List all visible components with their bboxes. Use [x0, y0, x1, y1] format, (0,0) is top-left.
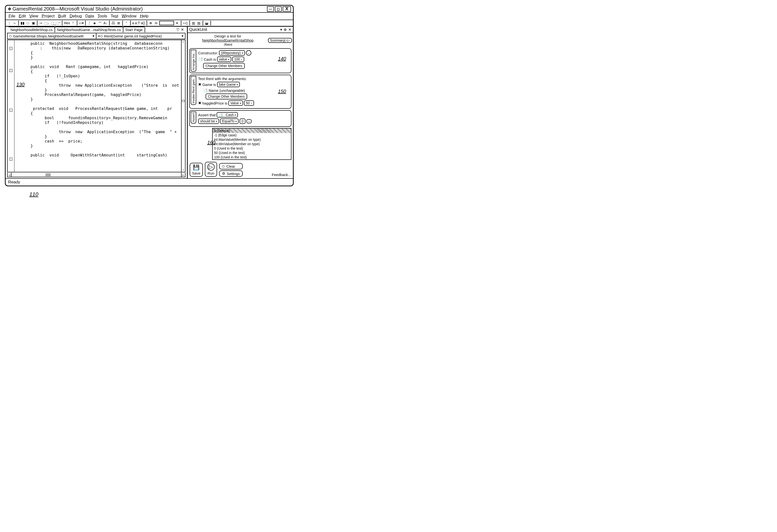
fold-icon[interactable]: -	[10, 158, 12, 161]
menu-window[interactable]: Window	[122, 14, 136, 19]
close-button[interactable]: X	[283, 6, 291, 12]
change-members-button2[interactable]: Change Other Members	[206, 94, 247, 99]
tab-start-page[interactable]: Start Page	[123, 27, 145, 32]
clear-button[interactable]: ◇Clear	[219, 163, 243, 170]
menu-data[interactable]: Data	[85, 14, 94, 19]
maximize-button[interactable]: ◻	[275, 6, 282, 12]
chart2-icon[interactable]: ▥	[197, 21, 201, 25]
suggestion-item[interactable]: -1 (Edge case)	[213, 133, 291, 137]
tab-file2[interactable]: NeighborhoodGame...ntalShopTests.cs	[54, 27, 123, 32]
scroll-up-icon[interactable]: ▵	[182, 40, 185, 43]
dd-arrow-icon[interactable]: ▾	[175, 21, 180, 25]
statusbar: Ready	[6, 178, 293, 186]
layout2-icon[interactable]: ⊞	[116, 21, 121, 25]
suggestion-item[interactable]: 100 (Used in the test)	[213, 155, 291, 159]
menu-file[interactable]: File	[9, 14, 15, 19]
menu-test[interactable]: Test	[111, 14, 118, 19]
value-input[interactable]: 0	[240, 118, 245, 124]
nav-bar: ◇ GamesRental.Shops.NeighborhoodGameR ▾ …	[7, 33, 186, 39]
menu-debug[interactable]: Debug	[70, 14, 82, 19]
tab-file1[interactable]: NeghborhoodlittleShop.cs	[9, 27, 55, 32]
code-text[interactable]: public NeighborhoodGameRentalShop(string…	[14, 40, 181, 172]
invoke-tab[interactable]: Invoke Rent gam..	[191, 76, 196, 105]
step-icon[interactable]: ⇨	[39, 21, 43, 25]
menu-built[interactable]: Built	[58, 14, 66, 19]
arrange-tab[interactable]: Arrange Ins...	[191, 50, 196, 72]
haggled-mode-dropdown[interactable]: Value▾	[228, 100, 243, 106]
tb-handle-icon[interactable]: ⋮	[7, 21, 11, 25]
tb-dots-icon[interactable]: °°	[98, 21, 102, 25]
panes-icon[interactable]: ▭▯	[183, 21, 188, 25]
run-button[interactable]: ▷ Run	[205, 162, 217, 177]
zoom-in-icon[interactable]: ⊕	[148, 21, 153, 25]
design-heading: Design a test for NeighborhoodGameRrntal…	[188, 33, 293, 47]
step-over-icon[interactable]: ⬚͢	[50, 21, 54, 25]
should-dropdown[interactable]: should be▾	[198, 118, 219, 124]
hex-toggle[interactable]: Hex	[64, 21, 70, 25]
cash-mode-dropdown[interactable]: value▾	[217, 57, 231, 62]
text-tools[interactable]: a a:T a()	[132, 21, 145, 25]
constructor-dropdown[interactable]: (IRepository)▾	[219, 50, 245, 56]
change-members-button[interactable]: Change Other Members	[203, 63, 245, 69]
fold-icon[interactable]: -	[10, 47, 12, 50]
menu-help[interactable]: Help	[140, 14, 148, 19]
suggestion-item[interactable]: 0 (Default)	[213, 128, 291, 133]
tb-misc-icon[interactable]: ⚚	[71, 21, 75, 25]
play-icon: ▷	[207, 163, 215, 171]
summary-button[interactable]: Summary▷▷	[268, 38, 292, 43]
minimize-button[interactable]: —	[267, 6, 274, 12]
tb-handle2-icon[interactable]: ⋮	[87, 21, 92, 25]
vertical-scrollbar[interactable]: ▵ ▿	[181, 40, 185, 172]
zoom-input[interactable]	[159, 21, 174, 25]
step-out-icon[interactable]: ⬚⁺	[56, 21, 61, 25]
value-dropdown[interactable]: ▿	[246, 119, 251, 123]
suggestion-item[interactable]: 0 (Used in the test)	[213, 146, 291, 150]
expand-button[interactable]: ⌄	[246, 50, 251, 56]
tb-window-icon[interactable]: ▭▾	[79, 21, 84, 25]
scroll-right-icon[interactable]: ▹	[181, 173, 185, 177]
scroll-down-icon[interactable]: ▿	[182, 169, 185, 172]
chart1-icon[interactable]: ▥	[191, 21, 196, 25]
tab-close-icon[interactable]: ✕	[181, 27, 184, 32]
sort-icon[interactable]: A↓	[103, 21, 108, 25]
pause-icon[interactable]: ▮▮	[20, 21, 25, 25]
suggestion-item[interactable]: 50 (Used in the test)	[213, 150, 291, 155]
panel-dropdown-icon[interactable]: ▾	[280, 27, 282, 32]
menu-project[interactable]: Project	[41, 14, 54, 19]
zoom-out-icon[interactable]: ⊖	[154, 21, 158, 25]
layout1-icon[interactable]: 品	[111, 21, 115, 25]
stop-icon[interactable]: □	[26, 21, 30, 25]
assert-target-dropdown[interactable]: 📑 Cash▾	[217, 112, 238, 117]
settings-button[interactable]: ⚙Settings	[219, 171, 243, 177]
step-into-icon[interactable]: ⬚₊	[44, 21, 49, 25]
play-icon[interactable]: ▹	[12, 21, 17, 25]
scroll-thumb[interactable]	[46, 173, 51, 176]
chevron-down-icon: ▾	[182, 34, 184, 38]
suggestion-item[interactable]: int.MinValue(Member on type)	[213, 142, 291, 146]
chart3-icon[interactable]: ⬓	[205, 21, 209, 25]
restart-icon[interactable]: ▣	[31, 21, 35, 25]
tb-diamond-icon[interactable]: ◈	[93, 21, 97, 25]
fold-icon[interactable]: -	[10, 69, 12, 72]
feedback-link[interactable]: Feedback...	[272, 173, 291, 177]
menu-tools[interactable]: Tools	[97, 14, 107, 19]
horizontal-scrollbar[interactable]: ◃ ▹	[7, 173, 186, 177]
fold-icon[interactable]: -	[10, 109, 12, 112]
code-editor[interactable]: - - - - public NeighborhoodGameRentalSho…	[7, 40, 186, 172]
nav-class-dropdown[interactable]: ◇ GamesRental.Shops.NeighborhoodGameR ▾	[8, 33, 96, 39]
assert-tab[interactable]: Assert	[191, 112, 196, 124]
suggestion-item[interactable]: int.MaxValue(Member on type)	[213, 137, 291, 142]
panel-close-icon[interactable]: ✕	[288, 27, 292, 32]
help-icon[interactable]: °	[124, 21, 129, 25]
nav-method-dropdown[interactable]: ≡◇ Rent(Geme game,int haggledPrice) ▾	[96, 33, 185, 39]
menu-edit[interactable]: Edit	[19, 14, 26, 19]
scroll-left-icon[interactable]: ◃	[8, 173, 11, 177]
pin-icon[interactable]: ⊕	[284, 27, 287, 32]
game-dropdown[interactable]: fake Game▾	[217, 82, 240, 87]
equal-dropdown[interactable]: EqualTo▾	[220, 118, 239, 124]
tab-dropdown-icon[interactable]: ▽	[177, 27, 180, 32]
menu-view[interactable]: View	[29, 14, 38, 19]
cash-value-dropdown[interactable]: 100▿	[232, 57, 244, 62]
haggled-value-dropdown[interactable]: 50▿	[244, 100, 254, 106]
save-button[interactable]: 💾 Save	[190, 163, 203, 177]
